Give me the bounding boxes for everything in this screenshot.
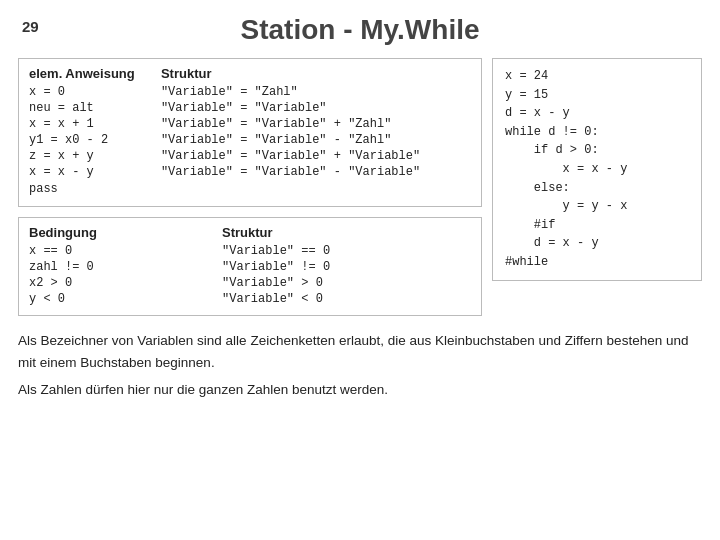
table-row: neu = alt (29, 100, 161, 116)
table-row: "Variable" = "Variable" + "Zahl" (161, 116, 471, 132)
table-row: y < 0 (29, 291, 222, 307)
table1-col2-header: Struktur (161, 65, 471, 84)
table-row: x == 0 (29, 243, 222, 259)
page-title: Station - My.While (0, 0, 720, 58)
table-anweisung: elem. Anweisung Struktur x = 0"Variable"… (18, 58, 482, 207)
table-row: "Variable" < 0 (222, 291, 471, 307)
table-row: "Variable" = "Variable" (161, 100, 471, 116)
table-row: "Variable" > 0 (222, 275, 471, 291)
table1-col1-header: elem. Anweisung (29, 65, 161, 84)
pass-row: pass (29, 180, 471, 198)
table-row: "Variable" != 0 (222, 259, 471, 275)
table-row: x = 0 (29, 84, 161, 100)
page-number: 29 (22, 18, 39, 35)
table-row: "Variable" == 0 (222, 243, 471, 259)
table-row: "Variable" = "Zahl" (161, 84, 471, 100)
table2-col2-header: Struktur (222, 224, 471, 243)
table-row: x2 > 0 (29, 275, 222, 291)
table-row: "Variable" = "Variable" - "Zahl" (161, 132, 471, 148)
table-row: x = x - y (29, 164, 161, 180)
table-row: z = x + y (29, 148, 161, 164)
table-row: "Variable" = "Variable" + "Variable" (161, 148, 471, 164)
table2-col1-header: Bedingung (29, 224, 222, 243)
table-row: y1 = x0 - 2 (29, 132, 161, 148)
table-row: "Variable" = "Variable" - "Variable" (161, 164, 471, 180)
table-row: x = x + 1 (29, 116, 161, 132)
bottom-text: Als Bezeichner von Variablen sind alle Z… (0, 316, 720, 401)
code-box: x = 24 y = 15 d = x - y while d != 0: if… (492, 58, 702, 281)
table-bedingung: Bedingung Struktur x == 0"Variable" == 0… (18, 217, 482, 316)
table-row: zahl != 0 (29, 259, 222, 275)
